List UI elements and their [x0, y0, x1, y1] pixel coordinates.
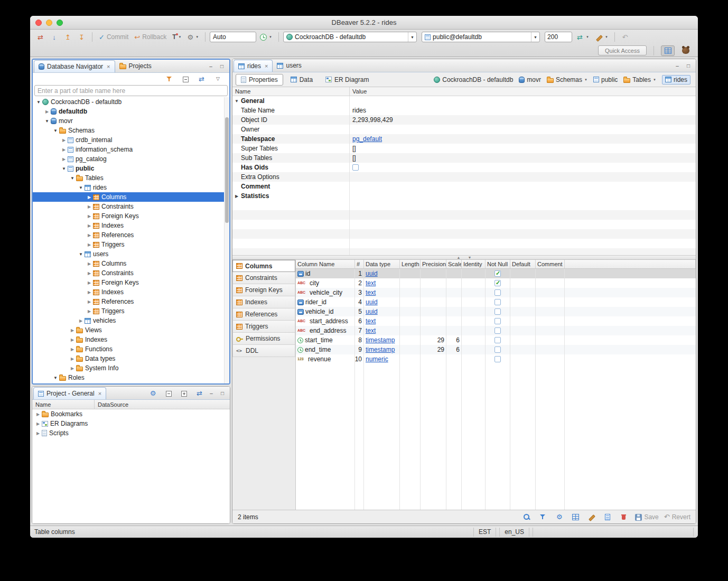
tree-scrollbar[interactable] [224, 97, 229, 383]
column-row-rider-id[interactable]: rider_id4uuid [296, 297, 696, 307]
fetch-size-input[interactable] [545, 32, 572, 42]
property-row-object-id[interactable]: Object ID2,293,998,429 [232, 115, 696, 125]
chevron-down-icon[interactable]: ▼ [653, 78, 656, 81]
tree-item-triggers[interactable]: ▶Triggers [33, 306, 229, 316]
tree-item-constraints[interactable]: ▶Constraints [33, 202, 229, 211]
column-header-[interactable]: # [355, 260, 364, 268]
column-header-default[interactable]: Default [510, 260, 536, 268]
tree-item-system-info[interactable]: ▶System Info [33, 363, 229, 373]
column-header-scale[interactable]: Scale [446, 260, 462, 268]
column-header-length[interactable]: Length [400, 260, 421, 268]
expand-arrow-icon[interactable]: ▶ [86, 233, 93, 238]
tree-item-data-types[interactable]: ▶Data types [33, 354, 229, 363]
rollback-button[interactable]: ↩ Rollback [132, 31, 169, 43]
tree-item-triggers[interactable]: ▶Triggers [33, 240, 229, 249]
expand-arrow-icon[interactable]: ▶ [86, 299, 93, 304]
edit-button[interactable] [585, 511, 598, 523]
horizontal-splitter[interactable]: ▲ ▼ [232, 255, 696, 260]
column-header-precision[interactable]: Precision [421, 260, 446, 268]
auto-commit-button[interactable]: ↓ [48, 31, 60, 43]
editor-tab-users[interactable]: users [273, 59, 305, 72]
settings-button[interactable]: ⚙ [147, 387, 159, 399]
expand-arrow-icon[interactable]: ▶ [69, 366, 76, 371]
column-header-column-name[interactable]: Column Name [296, 260, 355, 268]
datatype-link[interactable]: text [366, 289, 376, 296]
perspective-database-button[interactable] [661, 45, 675, 56]
columns-config-button[interactable] [570, 511, 581, 523]
column-row-id[interactable]: id1uuid [296, 269, 696, 278]
datatype-link[interactable]: uuid [366, 308, 378, 315]
checkbox-checked-icon[interactable] [494, 270, 501, 277]
collapse-all-button[interactable] [180, 73, 191, 85]
tree-item-movr[interactable]: ▼movr [33, 116, 229, 126]
breadcrumb-movr[interactable]: movr [519, 76, 541, 83]
tree-item-tables[interactable]: ▼Tables [33, 173, 229, 183]
transaction-log-button[interactable]: T ▼ [170, 31, 183, 43]
tree-item-indexes[interactable]: ▶Indexes [33, 335, 229, 344]
column-row-revenue[interactable]: revenue10numeric [296, 354, 696, 364]
expand-arrow-icon[interactable]: ▶ [86, 271, 93, 276]
minimize-view-icon[interactable]: – [674, 62, 681, 69]
import-data-button[interactable]: ↧ [76, 31, 88, 43]
view-menu-button[interactable]: ▽ [212, 73, 224, 85]
expand-arrow-icon[interactable]: ▶ [34, 421, 42, 426]
expand-arrow-icon[interactable]: ▶ [69, 338, 76, 342]
checkbox-unchecked-icon[interactable] [494, 308, 501, 315]
column-row-city[interactable]: city2text [296, 278, 696, 288]
schema-dropdown-arrow[interactable]: ▼ [531, 32, 539, 42]
link-with-editor-button[interactable]: ⇄ [193, 387, 206, 399]
column-header-datasource[interactable]: DataSource [95, 400, 230, 409]
expand-arrow-icon[interactable]: ▼ [52, 376, 59, 380]
tree-item-views[interactable]: ▶Views [33, 325, 229, 335]
checkbox-checked-icon[interactable] [494, 280, 501, 286]
save-button[interactable]: Save [635, 513, 658, 521]
side-tab-ddl[interactable]: DDL [232, 345, 295, 357]
expand-arrow-icon[interactable]: ▶ [86, 223, 93, 228]
minimize-window-button[interactable] [46, 20, 52, 26]
tree-item-public[interactable]: ▼public [33, 164, 229, 173]
tab-er-diagram[interactable]: ER Diagram [320, 74, 374, 86]
property-row-table-name[interactable]: Table Namerides [232, 106, 696, 115]
column-header-name[interactable]: Name [232, 87, 350, 96]
tree-item-rides[interactable]: ▼rides [33, 183, 229, 192]
collapse-all-button[interactable] [163, 387, 174, 399]
column-header-not-null[interactable]: Not Null [486, 260, 510, 268]
expand-arrow-icon[interactable]: ▼ [52, 128, 59, 133]
tree-item-references[interactable]: ▶References [33, 297, 229, 306]
zoom-window-button[interactable] [57, 20, 63, 26]
checkbox-unchecked-icon[interactable] [494, 327, 501, 334]
datatype-link[interactable]: text [366, 327, 376, 334]
expand-arrow-icon[interactable]: ▶ [60, 147, 68, 152]
perspective-dbeaver-button[interactable] [679, 45, 693, 56]
maximize-view-icon[interactable]: □ [218, 63, 226, 69]
transaction-settings-button[interactable]: ⚙ ▼ [185, 31, 201, 43]
column-header-name[interactable]: Name [32, 400, 95, 409]
checkbox-unchecked-icon[interactable] [494, 299, 501, 305]
close-icon[interactable]: × [107, 63, 110, 70]
tree-item-references[interactable]: ▶References [33, 230, 229, 240]
breadcrumb-schemas[interactable]: Schemas▼ [547, 76, 587, 83]
datatype-link[interactable]: text [366, 317, 376, 325]
schema-combo[interactable]: public@defaultdb ▼ [422, 32, 540, 42]
property-row-extra-options[interactable]: Extra Options [232, 172, 696, 182]
tree-item-information-schema[interactable]: ▶information_schema [33, 145, 229, 154]
datatype-link[interactable]: uuid [366, 298, 378, 306]
settings-button[interactable]: ⚙ [553, 511, 565, 523]
checkbox-unchecked-icon[interactable] [494, 318, 501, 324]
filter-button[interactable] [537, 511, 549, 523]
property-row-has-oids[interactable]: Has Oids [232, 163, 696, 172]
column-header-value[interactable]: Value [350, 87, 696, 96]
close-icon[interactable]: × [98, 390, 101, 397]
title-bar[interactable]: DBeaver 5.2.2 - rides [30, 16, 698, 30]
scrollbar-thumb[interactable] [225, 117, 229, 223]
expand-arrow-icon[interactable]: ▶ [34, 431, 42, 436]
close-icon[interactable]: × [265, 63, 268, 69]
tree-item-crdb-internal[interactable]: ▶crdb_internal [33, 135, 229, 145]
tree-item-columns[interactable]: ▶Columns [33, 192, 229, 202]
breadcrumb-public[interactable]: public [593, 76, 618, 83]
chevron-down-icon[interactable]: ▼ [584, 78, 587, 81]
column-header-identity[interactable]: Identity [462, 260, 486, 268]
property-row-statistics[interactable]: ▶Statistics [232, 191, 696, 201]
tree-item-pg-catalog[interactable]: ▶pg_catalog [33, 154, 229, 164]
table-search-input[interactable] [34, 85, 228, 96]
